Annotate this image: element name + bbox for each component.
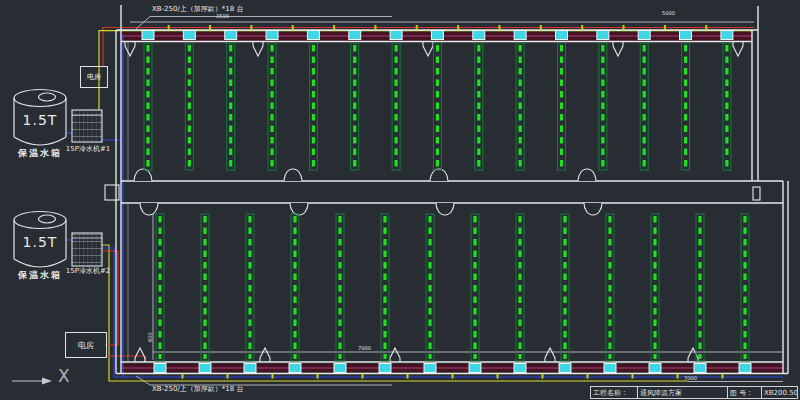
dim-bottom-right: 7000: [684, 376, 697, 382]
wall-tick: [722, 374, 724, 379]
wall-tick: [498, 25, 500, 30]
corridor-door-icon: [584, 203, 602, 215]
cad-canvas[interactable]: XB-250/上（加厚款）*18 台 XB-250/上（加厚款）*18 台 电房…: [0, 0, 800, 400]
wall-tick: [677, 374, 679, 379]
ucs-axis: [12, 378, 52, 385]
tank-lid-icon: [39, 215, 56, 223]
door-break-icon: [423, 42, 433, 56]
corridor-right-door: [753, 187, 760, 200]
wall-tick: [540, 25, 542, 30]
top-hall-ducts: [144, 43, 731, 170]
fan-unit: [514, 364, 526, 373]
wire-yellow-bottom-run: [102, 245, 688, 381]
fan-unit: [334, 364, 346, 373]
power-room-top: 电房: [80, 66, 108, 88]
power-room-bottom-label: 电房: [78, 340, 94, 351]
fan-unit: [424, 364, 436, 373]
wall-tick: [272, 374, 274, 379]
corridor-door-icon: [134, 169, 152, 181]
wall-tick: [497, 374, 499, 379]
top-fan-row-label: XB-250/上（加厚款）*18 台: [152, 6, 243, 14]
wall-tick: [664, 25, 666, 30]
wall-tick: [374, 25, 376, 30]
fan-unit: [390, 31, 402, 40]
titleblock-number-label: 图 号：: [727, 387, 761, 398]
corridor-door-icon: [578, 169, 596, 181]
chiller1-label: 15P冷水机#1: [50, 146, 126, 154]
corridor-doors: [105, 169, 760, 215]
wall-tick: [587, 374, 589, 379]
dim-top-right: 5000: [662, 11, 675, 17]
wall-tick: [317, 374, 319, 379]
corridor-left-connector: [105, 185, 119, 200]
wire-yellow-top: [99, 31, 752, 110]
titleblock-number-value: XB200.50: [761, 387, 797, 398]
wall-tick: [416, 25, 418, 30]
tank-top: [14, 90, 66, 107]
chiller2-label: 15P冷水机#2: [50, 268, 126, 276]
chiller-unit-1: [72, 110, 102, 142]
power-room-top-label: 电房: [87, 72, 101, 82]
wall-tick: [581, 25, 583, 30]
door-break-icon: [733, 42, 743, 56]
corridor-door-icon: [140, 203, 158, 215]
x-axis-arrow-icon: [42, 378, 52, 385]
fan-unit: [649, 364, 661, 373]
door-break-icon: [613, 42, 623, 56]
fan-unit: [183, 31, 195, 40]
fan-unit: [199, 364, 211, 373]
tank-bottom: [14, 137, 66, 145]
tank-bottom: [14, 259, 66, 267]
wall-tick: [182, 374, 184, 379]
fan-unit: [604, 364, 616, 373]
power-wire-red-bottom: [105, 356, 145, 362]
fan-unit: [431, 31, 443, 40]
top-wall-fans: [142, 31, 733, 40]
door-break-icon: [260, 348, 270, 362]
wall-tick: [292, 25, 294, 30]
corridor-door-icon: [290, 203, 308, 215]
fan-unit: [473, 31, 485, 40]
fan-unit: [142, 31, 154, 40]
fan-unit: [225, 31, 237, 40]
bottom-hall-ducts: [156, 214, 749, 361]
fan-unit: [559, 364, 571, 373]
wall-tick: [542, 374, 544, 379]
building-walls: [116, 5, 788, 374]
fan-unit: [266, 31, 278, 40]
tank1-capacity: 1.5T: [14, 113, 66, 128]
fan-unit: [721, 31, 733, 40]
door-break-icon: [125, 42, 135, 56]
corridor-door-icon: [430, 169, 448, 181]
fan-unit: [514, 31, 526, 40]
bottom-wall-yellow-ticks: [182, 374, 724, 379]
wall-tick: [623, 25, 625, 30]
dim-left-vertical: 600: [148, 332, 154, 342]
fan-unit: [349, 31, 361, 40]
fan-unit: [739, 364, 751, 373]
fan-unit: [469, 364, 481, 373]
dim-bottom-mid: 7000: [358, 346, 371, 352]
fan-unit: [694, 364, 706, 373]
wall-tick: [407, 374, 409, 379]
dimension-lines: [130, 22, 783, 382]
chiller-unit-2: [72, 233, 102, 266]
fan-unit: [289, 364, 301, 373]
fan-unit: [680, 31, 692, 40]
tank-lid-icon: [39, 93, 56, 101]
door-break-icon: [135, 348, 145, 362]
wall-tick: [705, 25, 707, 30]
fan-unit: [244, 364, 256, 373]
wall-tick: [632, 374, 634, 379]
fan-unit: [556, 31, 568, 40]
tank2-capacity: 1.5T: [14, 235, 66, 250]
pipe-wire-runs: [66, 28, 783, 382]
door-break-icon: [253, 42, 263, 56]
wall-tick: [333, 25, 335, 30]
door-break-icon: [545, 348, 555, 362]
titleblock-project-label: 工程名称：: [591, 387, 637, 398]
dim-top-mid: 3500: [216, 14, 229, 20]
door-break-icon: [390, 348, 400, 362]
power-room-bottom: 电房: [65, 332, 107, 358]
fan-unit: [638, 31, 650, 40]
